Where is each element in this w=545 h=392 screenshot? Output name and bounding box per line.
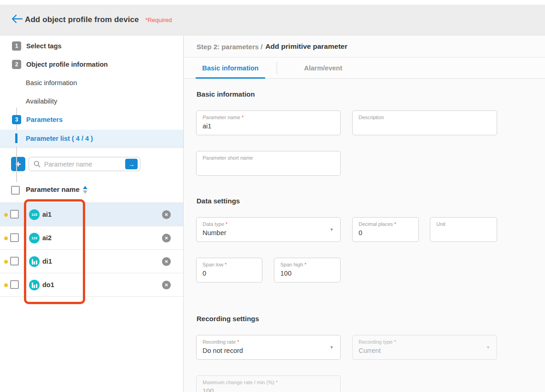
row-checkbox-ai1[interactable] [10, 210, 19, 219]
bar-chart-type-icon [29, 280, 40, 290]
select-all-checkbox[interactable] [11, 186, 20, 195]
top-strip [0, 0, 545, 5]
add-parameter-button[interactable]: + [11, 157, 25, 171]
field-label: Data type [203, 221, 224, 227]
back-button[interactable] [10, 13, 24, 27]
parameter-form: Basic information Parameter name* ai1 De… [184, 79, 545, 392]
decimal-places-field[interactable]: Decimal places* 0 [352, 217, 419, 242]
data-type-dropdown[interactable]: Data type* Number ▼ [196, 217, 341, 242]
step-2-badge: 2 [12, 60, 21, 69]
close-icon: ✕ [164, 236, 168, 241]
data-type-value: Number [203, 229, 226, 236]
chevron-down-icon: ▼ [330, 345, 334, 350]
tab-alarm-event[interactable]: Alarm/event [277, 58, 370, 79]
field-label: Span low [203, 262, 223, 267]
search-submit-button[interactable]: → [125, 159, 138, 169]
status-dot [4, 236, 8, 240]
sidebar-item-availability[interactable]: Availability [0, 95, 183, 108]
row-checkbox-ai2[interactable] [10, 233, 19, 242]
required-asterisk: * [226, 221, 227, 227]
step-1-badge: 1 [12, 41, 21, 51]
step-1-select-tags[interactable]: 1 Select tags [0, 40, 183, 52]
row-checkbox-di1[interactable] [10, 257, 19, 265]
breadcrumb: Step 2: parameters / Add primitive param… [184, 36, 545, 58]
required-asterisk: * [242, 115, 244, 120]
close-icon: ✕ [164, 282, 168, 288]
field-label: Span high [280, 262, 303, 267]
max-change-rate-value: 100 [203, 387, 214, 392]
sidebar-item-basic-information[interactable]: Basic information [0, 76, 183, 89]
field-label: Parameter name [203, 115, 240, 120]
table-row-di1[interactable]: di1 ✕ [0, 250, 183, 273]
span-low-value: 0 [203, 270, 206, 277]
active-item-bar [15, 133, 17, 143]
close-icon: ✕ [164, 212, 168, 217]
field-label: Recording type [359, 339, 393, 345]
required-asterisk: * [305, 262, 307, 267]
remove-parameter-button[interactable]: ✕ [162, 210, 171, 219]
parameter-short-name-field[interactable]: Parameter short name [196, 151, 341, 176]
recording-rate-value: Do not record [203, 347, 243, 354]
field-label: Description [359, 115, 384, 120]
parameter-name: ai2 [42, 234, 52, 242]
search-input[interactable] [44, 161, 125, 168]
wizard-steps: 1 Select tags 2 Object profile informati… [0, 36, 183, 147]
breadcrumb-current: Add primitive parameter [265, 42, 347, 51]
parameter-search-box[interactable]: → [29, 157, 140, 171]
required-asterisk: * [276, 380, 278, 385]
numeric-type-icon: 123 [29, 209, 40, 220]
span-high-field[interactable]: Span high* 100 [274, 258, 341, 282]
step-3-badge: 3 [12, 115, 21, 124]
search-icon [34, 161, 41, 167]
table-row-ai2[interactable]: 123 ai2 ✕ [0, 226, 183, 250]
tab-basic-information[interactable]: Basic information [196, 58, 265, 79]
required-legend: *Required [145, 17, 172, 23]
field-label: Decimal places [359, 221, 393, 227]
parameter-name: di1 [42, 258, 52, 265]
page-title: Add object profile from device [25, 15, 139, 24]
table-row-do1[interactable]: do1 ✕ [0, 273, 183, 297]
recording-type-dropdown: Recording type* Current ▼ [352, 335, 497, 360]
back-arrow-icon [12, 15, 23, 25]
parameter-name: ai1 [42, 211, 52, 218]
remove-parameter-button[interactable]: ✕ [162, 281, 171, 289]
field-label: Recording rate [203, 339, 236, 345]
parameter-toolbar: + → [0, 147, 183, 182]
section-title-data-settings: Data settings [197, 197, 240, 205]
remove-parameter-button[interactable]: ✕ [162, 257, 171, 266]
status-dot [4, 260, 8, 264]
parameter-rows: 123 ai1 ✕ 123 ai2 ✕ [0, 203, 183, 297]
max-change-rate-field: Maximum change rate / min (%)* 100 [196, 375, 341, 392]
sort-ascending-icon [83, 186, 87, 189]
parameter-table-header: Parameter name [0, 182, 183, 203]
description-field[interactable]: Description [352, 110, 497, 135]
unit-field[interactable]: Unit [430, 217, 497, 242]
remove-parameter-button[interactable]: ✕ [162, 234, 171, 242]
sort-icon[interactable] [83, 185, 87, 194]
sidebar-item-parameter-list[interactable]: Parameter list ( 4 / 4 ) [0, 130, 183, 147]
recording-rate-dropdown[interactable]: Recording rate* Do not record ▼ [196, 335, 341, 360]
parameter-name-field[interactable]: Parameter name* ai1 [196, 110, 341, 135]
chevron-down-icon: ▼ [330, 227, 334, 232]
step-1-label: Select tags [26, 42, 62, 50]
recording-type-value: Current [359, 347, 381, 354]
add-object-profile-window: Add object profile from device *Required… [0, 0, 545, 392]
span-low-field[interactable]: Span low* 0 [196, 258, 262, 282]
column-header-parameter-name: Parameter name [26, 185, 80, 193]
page-header: Add object profile from device *Required [0, 5, 545, 35]
step-2-object-profile[interactable]: 2 Object profile information [0, 59, 183, 70]
table-row-ai1[interactable]: 123 ai1 ✕ [0, 203, 183, 226]
status-dot [4, 213, 8, 217]
step-2-label: Object profile information [26, 61, 108, 68]
close-icon: ✕ [164, 259, 168, 264]
required-asterisk: * [394, 221, 396, 227]
field-label: Maximum change rate / min (%) [203, 380, 274, 385]
field-label: Unit [436, 221, 446, 227]
field-label: Parameter short name [203, 155, 253, 161]
right-arrow-icon: → [128, 161, 135, 168]
row-checkbox-do1[interactable] [10, 280, 19, 289]
section-title-recording-settings: Recording settings [197, 315, 259, 323]
breadcrumb-prefix: Step 2: parameters / [197, 43, 262, 51]
step-3-parameters[interactable]: 3 Parameters [0, 114, 183, 125]
parameter-name-value: ai1 [203, 122, 211, 130]
